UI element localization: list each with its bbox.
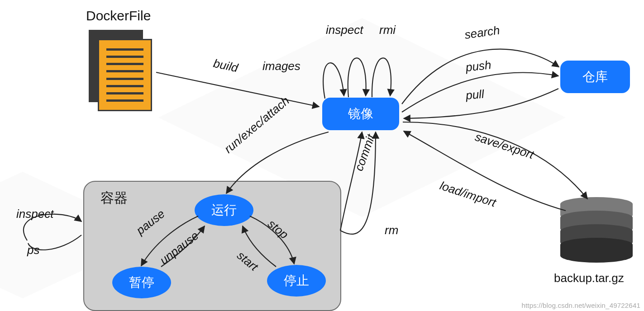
backup-db-icon <box>560 197 633 265</box>
node-image-label: 镜像 <box>348 105 373 123</box>
edge-ps: ps <box>27 243 39 257</box>
node-running: 运行 <box>195 194 253 226</box>
edge-build: build <box>212 57 240 75</box>
edge-rmi: rmi <box>379 23 396 37</box>
dockerfile-title: DockerFile <box>86 8 151 24</box>
node-repo: 仓库 <box>560 61 630 93</box>
container-group-title: 容器 <box>100 189 128 207</box>
edge-run-exec-attach: run/exec/attach <box>222 94 292 156</box>
edge-inspect-ct: inspect <box>16 207 54 221</box>
edge-save-export: save/export <box>473 130 536 162</box>
watermark: https://blog.csdn.net/weixin_49722641 <box>521 302 640 309</box>
node-paused-label: 暂停 <box>129 274 154 291</box>
node-running-label: 运行 <box>211 202 237 219</box>
edge-commit: commit <box>352 132 377 173</box>
edge-images: images <box>262 59 301 73</box>
node-paused: 暂停 <box>112 267 171 298</box>
edge-push: push <box>464 58 491 74</box>
edge-search: search <box>464 23 501 42</box>
edge-load-import: load/import <box>438 179 498 210</box>
node-image: 镜像 <box>322 98 399 130</box>
node-stopped-label: 停止 <box>284 272 309 289</box>
edge-rm: rm <box>385 223 398 237</box>
node-stopped: 停止 <box>267 265 326 297</box>
edge-pull: pull <box>465 87 485 102</box>
edge-inspect-img: inspect <box>326 23 364 37</box>
node-repo-label: 仓库 <box>582 68 608 85</box>
backup-label: backup.tar.gz <box>554 271 624 285</box>
diagram-stage: DockerFile 镜像 仓库 容器 运行 暂停 停止 backup.tar.… <box>0 0 644 311</box>
